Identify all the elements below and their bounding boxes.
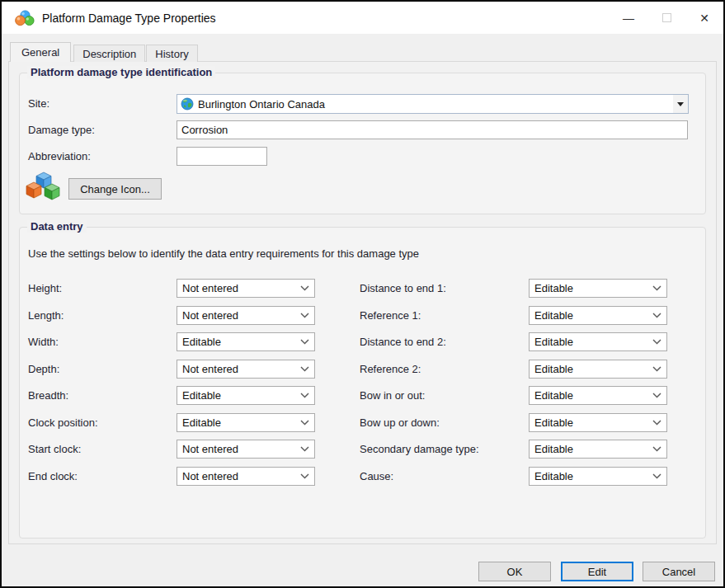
data-entry-row: Depth:Not entered	[28, 360, 315, 379]
data-entry-row: Distance to end 2:Editable	[360, 332, 667, 351]
site-combobox[interactable]: Burlington Ontario Canada	[177, 94, 689, 114]
dropdown-arrow-icon	[677, 102, 684, 106]
chevron-down-icon	[652, 313, 661, 318]
field-dropdown[interactable]: Editable	[529, 306, 667, 325]
field-label: Breadth:	[28, 389, 177, 402]
data-entry-row: Clock position:Editable	[28, 413, 315, 432]
field-label: Distance to end 2:	[360, 336, 529, 348]
tab-description[interactable]: Description	[73, 45, 145, 62]
field-dropdown[interactable]: Editable	[529, 413, 667, 432]
cancel-button[interactable]: Cancel	[643, 562, 715, 581]
close-icon: ✕	[699, 12, 709, 25]
chevron-down-icon	[652, 339, 661, 345]
general-tab-page: Platform damage type identification Site…	[8, 61, 717, 544]
chevron-down-icon	[652, 285, 661, 291]
field-label: Secondary damage type:	[360, 443, 529, 455]
field-dropdown[interactable]: Not entered	[177, 306, 315, 325]
dropdown-value: Editable	[534, 443, 573, 455]
chevron-down-icon	[652, 473, 661, 479]
field-label: Distance to end 1:	[360, 282, 529, 294]
field-label: End clock:	[28, 470, 177, 482]
identification-groupbox: Platform damage type identification Site…	[19, 73, 706, 214]
dropdown-value: Editable	[534, 363, 573, 375]
app-spheres-icon	[15, 10, 35, 26]
damage-type-value: Corrosion	[181, 124, 228, 136]
tab-history[interactable]: History	[146, 45, 197, 62]
cubes-icon	[25, 171, 63, 207]
title-bar: Platform Damage Type Properties — ✕	[2, 2, 723, 34]
dropdown-value: Editable	[182, 416, 221, 429]
field-label: Bow in or out:	[360, 389, 529, 402]
field-dropdown[interactable]: Editable	[177, 413, 315, 432]
field-dropdown[interactable]: Not entered	[177, 279, 315, 298]
chevron-down-icon	[652, 393, 661, 398]
data-entry-row: Height:Not entered	[28, 279, 315, 298]
edit-button[interactable]: Edit	[561, 562, 633, 581]
field-dropdown[interactable]: Not entered	[177, 360, 315, 379]
chevron-down-icon	[652, 420, 661, 426]
globe-icon	[181, 97, 194, 111]
data-entry-left-column: Height:Not enteredLength:Not enteredWidt…	[28, 279, 315, 486]
dropdown-value: Editable	[534, 309, 573, 322]
close-button[interactable]: ✕	[685, 2, 723, 34]
field-dropdown[interactable]: Editable	[529, 440, 667, 459]
field-label: Start clock:	[28, 443, 177, 455]
chevron-down-icon	[300, 393, 309, 398]
platform-damage-type-properties-dialog: Platform Damage Type Properties — ✕ Gene…	[0, 0, 725, 588]
data-entry-row: Reference 2:Editable	[360, 360, 667, 379]
data-entry-row: Breadth:Editable	[28, 386, 315, 405]
field-label: Clock position:	[28, 416, 177, 429]
field-dropdown[interactable]: Editable	[177, 386, 315, 405]
chevron-down-icon	[652, 446, 661, 452]
tab-general[interactable]: General	[10, 42, 71, 62]
minimize-icon: —	[623, 12, 634, 25]
field-dropdown[interactable]: Editable	[529, 386, 667, 405]
chevron-down-icon	[300, 473, 309, 479]
ok-button[interactable]: OK	[478, 562, 551, 581]
field-dropdown[interactable]: Editable	[177, 332, 315, 351]
chevron-down-icon	[300, 420, 309, 426]
maximize-button	[647, 2, 685, 34]
site-dropdown-button[interactable]	[673, 95, 688, 113]
chevron-down-icon	[652, 366, 661, 372]
chevron-down-icon	[300, 285, 309, 291]
field-label: Cause:	[360, 470, 529, 482]
dropdown-value: Not entered	[182, 282, 238, 294]
field-dropdown[interactable]: Editable	[529, 467, 667, 486]
abbreviation-input[interactable]	[177, 147, 267, 166]
abbreviation-label: Abbreviation:	[28, 150, 91, 162]
data-entry-row: Secondary damage type:Editable	[360, 440, 667, 459]
dropdown-value: Editable	[182, 389, 221, 402]
field-label: Length:	[28, 309, 177, 322]
field-dropdown[interactable]: Editable	[529, 279, 667, 298]
data-entry-row: Width:Editable	[28, 332, 315, 351]
data-entry-row: Start clock:Not entered	[28, 440, 315, 459]
field-dropdown[interactable]: Editable	[529, 332, 667, 351]
dropdown-value: Editable	[534, 282, 573, 294]
dropdown-value: Not entered	[182, 363, 238, 375]
damage-type-input[interactable]: Corrosion	[177, 120, 688, 139]
change-icon-button[interactable]: Change Icon...	[68, 178, 162, 200]
dropdown-value: Editable	[534, 416, 573, 429]
window-title: Platform Damage Type Properties	[42, 12, 216, 25]
chevron-down-icon	[300, 366, 309, 372]
chevron-down-icon	[300, 339, 309, 345]
data-entry-right-column: Distance to end 1:EditableReference 1:Ed…	[360, 279, 667, 486]
maximize-icon	[662, 13, 671, 22]
field-dropdown[interactable]: Not entered	[177, 467, 315, 486]
site-label: Site:	[28, 97, 49, 110]
groupbox-title: Platform damage type identification	[27, 66, 215, 78]
dropdown-value: Editable	[534, 336, 573, 348]
dropdown-value: Not entered	[182, 443, 238, 455]
data-entry-row: Bow up or down:Editable	[360, 413, 667, 432]
dropdown-value: Not entered	[182, 470, 238, 482]
data-entry-description: Use the settings below to identify the d…	[28, 247, 419, 260]
field-dropdown[interactable]: Not entered	[177, 440, 315, 459]
chevron-down-icon	[300, 313, 309, 318]
data-entry-row: Length:Not entered	[28, 306, 315, 325]
field-label: Width:	[28, 336, 177, 348]
site-value: Burlington Ontario Canada	[198, 98, 325, 111]
field-dropdown[interactable]: Editable	[529, 360, 667, 379]
minimize-button[interactable]: —	[610, 2, 647, 34]
data-entry-row: Reference 1:Editable	[360, 306, 667, 325]
